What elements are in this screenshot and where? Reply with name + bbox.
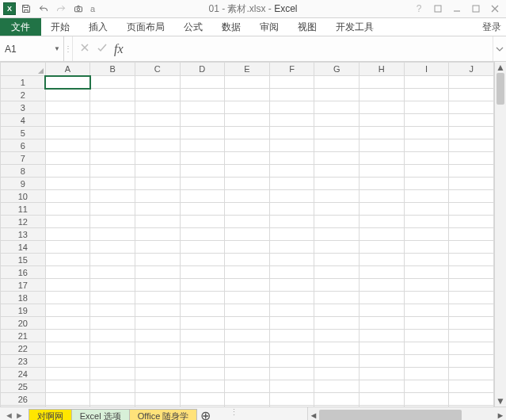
row-header-15[interactable]: 15 [1,254,46,266]
cell-E1[interactable] [225,76,270,89]
cell-G24[interactable] [314,368,360,380]
cell-I20[interactable] [404,317,449,330]
cell-C13[interactable] [135,228,180,241]
cell-C18[interactable] [135,292,180,304]
minimize-button[interactable] [447,1,466,17]
cell-I2[interactable] [404,89,449,101]
cell-B7[interactable] [90,152,135,165]
cell-C9[interactable] [135,178,180,190]
cell-B5[interactable] [90,127,135,139]
cell-F3[interactable] [269,101,314,114]
cell-J2[interactable] [449,89,494,101]
row-header-12[interactable]: 12 [1,216,46,228]
cell-C11[interactable] [135,203,180,216]
cell-D18[interactable] [180,292,225,304]
close-button[interactable] [485,1,504,17]
cell-J26[interactable] [449,393,494,406]
cell-G18[interactable] [314,292,360,304]
cell-H2[interactable] [360,89,405,101]
cell-J13[interactable] [449,228,494,241]
undo-button[interactable] [36,2,51,16]
cell-H23[interactable] [360,355,405,368]
cell-H21[interactable] [360,330,405,342]
row-header-19[interactable]: 19 [1,304,46,317]
cell-F20[interactable] [269,317,314,330]
scroll-track[interactable] [495,73,506,395]
cell-I23[interactable] [404,355,449,368]
save-button[interactable] [19,2,33,16]
cell-F19[interactable] [269,304,314,317]
cell-J22[interactable] [449,342,494,355]
sheet-tab-0[interactable]: 对啊网 [29,409,72,420]
cell-I22[interactable] [404,342,449,355]
cell-C7[interactable] [135,152,180,165]
cell-G3[interactable] [314,101,360,114]
horizontal-scrollbar[interactable]: ◄ ► [307,407,506,420]
col-header-J[interactable]: J [449,63,494,76]
cell-H18[interactable] [360,292,405,304]
cell-E3[interactable] [225,101,270,114]
cell-I7[interactable] [404,152,449,165]
cell-B23[interactable] [90,355,135,368]
cell-A12[interactable] [45,216,90,228]
cell-C10[interactable] [135,190,180,203]
row-header-8[interactable]: 8 [1,165,46,178]
row-header-20[interactable]: 20 [1,317,46,330]
cell-D15[interactable] [180,254,225,266]
cell-D9[interactable] [180,178,225,190]
cell-A8[interactable] [45,165,90,178]
cell-I17[interactable] [404,279,449,292]
cell-B21[interactable] [90,330,135,342]
cell-H12[interactable] [360,216,405,228]
cell-G16[interactable] [314,266,360,279]
cell-H16[interactable] [360,266,405,279]
cell-B12[interactable] [90,216,135,228]
cell-B4[interactable] [90,114,135,127]
cell-G17[interactable] [314,279,360,292]
cell-C24[interactable] [135,368,180,380]
cell-F10[interactable] [269,190,314,203]
cell-G2[interactable] [314,89,360,101]
row-header-13[interactable]: 13 [1,228,46,241]
cell-G21[interactable] [314,330,360,342]
cell-B27[interactable] [90,406,135,407]
cell-A2[interactable] [45,89,90,101]
cell-F18[interactable] [269,292,314,304]
cell-A19[interactable] [45,304,90,317]
cell-C26[interactable] [135,393,180,406]
cell-G6[interactable] [314,139,360,152]
cell-H17[interactable] [360,279,405,292]
col-header-H[interactable]: H [360,63,405,76]
cell-D20[interactable] [180,317,225,330]
cell-J20[interactable] [449,317,494,330]
cell-G5[interactable] [314,127,360,139]
cell-A21[interactable] [45,330,90,342]
cell-B20[interactable] [90,317,135,330]
cell-H7[interactable] [360,152,405,165]
cell-A23[interactable] [45,355,90,368]
col-header-C[interactable]: C [135,63,180,76]
cell-E2[interactable] [225,89,270,101]
cell-B14[interactable] [90,241,135,254]
cell-C12[interactable] [135,216,180,228]
cell-J5[interactable] [449,127,494,139]
cell-E27[interactable] [225,406,270,407]
cell-D17[interactable] [180,279,225,292]
row-header-24[interactable]: 24 [1,368,46,380]
cell-D1[interactable] [180,76,225,89]
cell-B10[interactable] [90,190,135,203]
cell-F27[interactable] [269,406,314,407]
cell-A14[interactable] [45,241,90,254]
cell-C27[interactable] [135,406,180,407]
tab-nav-next[interactable]: ► [15,410,24,420]
fx-button[interactable]: fx [114,42,124,56]
tab-nav-prev[interactable]: ◄ [5,410,13,420]
cell-B11[interactable] [90,203,135,216]
cell-A9[interactable] [45,178,90,190]
cell-C5[interactable] [135,127,180,139]
cell-E22[interactable] [225,342,270,355]
cell-A4[interactable] [45,114,90,127]
signin-link[interactable]: 登录 [479,18,504,36]
cell-C6[interactable] [135,139,180,152]
cell-J15[interactable] [449,254,494,266]
